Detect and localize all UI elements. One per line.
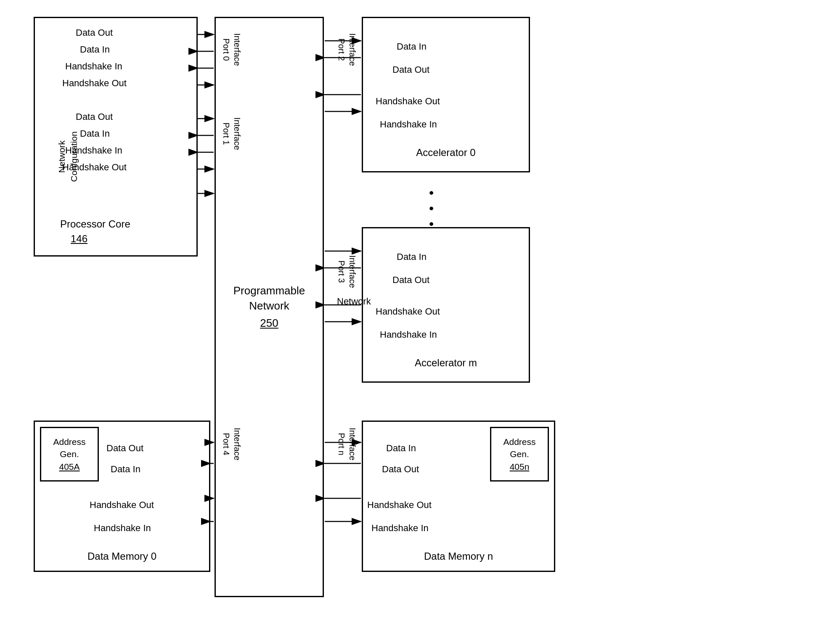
data-memory-0-box: Address Gen. 405A Data Out Data In Hands… bbox=[34, 421, 210, 572]
pc-handshake-out-2: Handshake Out bbox=[62, 162, 127, 173]
accelerator-0-box: Data In Data Out Handshake Out Handshake… bbox=[362, 17, 530, 172]
dots-indicator: ••• bbox=[429, 185, 435, 232]
interface-port-n: Interface Port n bbox=[336, 428, 358, 460]
programmable-network-box: Programmable Programmable Network Networ… bbox=[215, 17, 324, 597]
interface-port-0: Interface Port 0 bbox=[221, 33, 243, 66]
pc-handshake-in-2: Handshake In bbox=[65, 145, 122, 156]
pc-data-in-2: Data In bbox=[80, 128, 110, 139]
accm-label: Accelerator m bbox=[415, 357, 477, 369]
dm0-data-in: Data In bbox=[111, 464, 140, 475]
dmn-handshake-out: Handshake Out bbox=[367, 500, 432, 511]
dmn-label: Data Memory n bbox=[424, 550, 493, 562]
acc0-label: Accelerator 0 bbox=[416, 147, 475, 159]
address-gen-0-box: Address Gen. 405A bbox=[40, 427, 99, 482]
processor-core-label: Processor Core bbox=[60, 218, 130, 230]
accm-data-in: Data In bbox=[397, 251, 427, 262]
processor-core-id: 146 bbox=[71, 233, 87, 245]
dmn-handshake-in: Handshake In bbox=[371, 523, 429, 534]
pc-data-in-1: Data In bbox=[80, 44, 110, 55]
accelerator-m-box: Data In Data Out Handshake Out Handshake… bbox=[362, 227, 530, 383]
acc0-handshake-in: Handshake In bbox=[380, 119, 437, 130]
dmn-data-in: Data In bbox=[386, 443, 416, 454]
processor-core-box: Network Confguration Processor Core 146 bbox=[34, 17, 198, 257]
accm-handshake-in: Handshake In bbox=[380, 329, 437, 340]
acc0-data-out: Data Out bbox=[392, 64, 429, 75]
dm0-handshake-in: Handshake In bbox=[94, 523, 151, 534]
data-memory-n-box: Address Gen. 405n Data In Data Out Hands… bbox=[362, 421, 555, 572]
diagram: Network Confguration Processor Core 146 … bbox=[0, 0, 840, 643]
dmn-data-out: Data Out bbox=[382, 464, 419, 475]
interface-port-3: Interface Port 3 bbox=[336, 255, 358, 288]
dm0-handshake-out: Handshake Out bbox=[90, 500, 154, 511]
dm0-label: Data Memory 0 bbox=[87, 550, 156, 562]
interface-port-4: Interface Port 4 bbox=[221, 428, 243, 460]
pc-handshake-in-1: Handshake In bbox=[65, 61, 122, 72]
acc0-data-in: Data In bbox=[397, 41, 427, 52]
address-gen-n-box: Address Gen. 405n bbox=[490, 427, 549, 482]
pc-data-out-1: Data Out bbox=[76, 27, 113, 38]
dm0-data-out: Data Out bbox=[106, 443, 143, 454]
acc0-handshake-out: Handshake Out bbox=[376, 96, 440, 107]
network-config-label: Network Confguration bbox=[56, 131, 80, 182]
network-label-detected: Network bbox=[337, 296, 371, 307]
interface-port-1: Interface Port 1 bbox=[221, 117, 243, 150]
accm-handshake-out: Handshake Out bbox=[376, 306, 440, 317]
pc-handshake-out-1: Handshake Out bbox=[62, 78, 127, 89]
prog-network-label: Programmable Programmable Network Networ… bbox=[233, 283, 305, 331]
accm-data-out: Data Out bbox=[392, 275, 429, 286]
interface-port-2: Interface Port 2 bbox=[336, 33, 358, 66]
pc-data-out-2: Data Out bbox=[76, 111, 113, 122]
